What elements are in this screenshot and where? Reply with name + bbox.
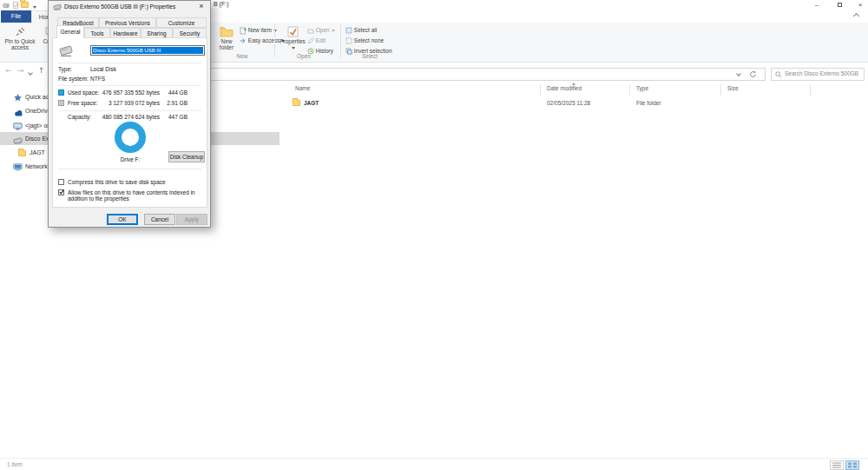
back-icon[interactable]: ←: [5, 66, 12, 75]
folder-icon: [18, 150, 26, 156]
qat-properties-shortcut-icon[interactable]: [12, 2, 19, 10]
apply-button[interactable]: Apply: [176, 214, 207, 225]
open-button[interactable]: Open: [307, 25, 335, 36]
volume-name-input[interactable]: Disco Externo 500GB USB III: [90, 45, 205, 56]
disk-cleanup-button[interactable]: Disk Cleanup: [168, 151, 205, 162]
forward-icon[interactable]: →: [17, 66, 24, 75]
pin-to-quick-access-label: Pin to Quick access: [2, 38, 38, 50]
qat-customize-chevron-icon[interactable]: [31, 3, 36, 10]
open-label: Open: [316, 27, 330, 33]
qat-new-folder-shortcut-icon[interactable]: [21, 2, 29, 9]
minimize-button[interactable]: –: [807, 0, 826, 10]
dialog-close-icon[interactable]: ×: [195, 2, 207, 12]
volume-name-selected-text: Disco Externo 500GB USB III: [92, 47, 203, 54]
capacity-label: Capacity:: [68, 114, 91, 120]
tab-general[interactable]: General: [56, 25, 84, 38]
pin-icon: [2, 24, 38, 38]
free-space-label: Free space:: [68, 100, 97, 106]
filesystem-label: File system:: [58, 76, 89, 82]
refresh-icon[interactable]: [749, 70, 757, 79]
sidebar-item-label: Network: [25, 160, 48, 173]
up-icon[interactable]: ↑: [38, 66, 45, 75]
tab-customize[interactable]: Customize: [156, 17, 207, 28]
dialog-title: Disco Externo 500GB USB III (F:) Propert…: [64, 3, 175, 10]
large-icons-view-button[interactable]: [845, 460, 859, 470]
file-explorer-window: B (F:) – × File Home Pin to Quick access…: [0, 0, 868, 470]
search-placeholder: Search Disco Externo 500GB: [785, 70, 858, 76]
tab-file[interactable]: File: [1, 10, 31, 23]
select-all-label: Select all: [354, 27, 377, 33]
details-view-button[interactable]: [830, 460, 844, 470]
open-icon: [307, 27, 314, 33]
index-checkbox[interactable]: [58, 189, 64, 195]
compress-checkbox[interactable]: [58, 179, 64, 185]
easy-access-button[interactable]: Easy access: [240, 36, 285, 46]
disk-usage-donut-chart: [115, 122, 146, 153]
new-item-label: New item: [248, 27, 272, 33]
ok-button[interactable]: OK: [107, 214, 138, 225]
select-all-button[interactable]: Select all: [345, 25, 377, 36]
sidebar-item-label: JAGT: [30, 146, 45, 159]
edit-button[interactable]: Edit: [307, 36, 326, 46]
new-item-icon: [240, 27, 247, 33]
ribbon-collapse-icon[interactable]: [854, 14, 858, 18]
free-space-size: 2.91 GB: [161, 100, 187, 106]
select-none-button[interactable]: Select none: [345, 36, 384, 46]
edit-icon: [307, 37, 314, 43]
file-name: JAGT: [304, 97, 319, 109]
column-header-type[interactable]: Type: [636, 85, 648, 91]
capacity-bytes: 480 085 274 624 bytes: [101, 114, 160, 120]
column-header-size[interactable]: Size: [727, 85, 739, 91]
ribbon-group-new-label: New: [214, 53, 271, 59]
properties-label: Properties: [279, 38, 306, 44]
address-dropdown-icon[interactable]: [737, 72, 740, 76]
search-icon: [775, 71, 782, 79]
folder-icon: [293, 100, 300, 106]
free-space-swatch: [58, 100, 64, 106]
item-count: 1 item: [7, 461, 23, 467]
drive-icon-large: [58, 43, 74, 59]
new-folder-label: New folder: [214, 38, 240, 50]
capacity-size: 447 GB: [161, 114, 187, 120]
new-item-button[interactable]: New item: [240, 25, 277, 36]
used-space-size: 444 GB: [161, 89, 187, 96]
pin-to-quick-access-button[interactable]: Pin to Quick access: [2, 24, 38, 61]
file-type: File folder: [636, 97, 661, 109]
filesystem-value: NTFS: [90, 76, 105, 82]
history-chevron-icon[interactable]: [29, 71, 32, 75]
general-tab-panel: Disco Externo 500GB USB III Type: Local …: [52, 37, 207, 208]
search-input[interactable]: Search Disco Externo 500GB: [771, 68, 865, 81]
select-all-icon: [345, 27, 352, 33]
tab-previous-versions[interactable]: Previous Versions: [99, 17, 156, 28]
edit-label: Edit: [316, 37, 326, 43]
easy-access-icon: [240, 37, 247, 43]
select-none-icon: [345, 37, 352, 43]
status-bar: 1 item: [0, 458, 868, 470]
used-space-bytes: 476 957 335 552 bytes: [101, 89, 160, 96]
drive-letter-caption: Drive F:: [104, 156, 156, 162]
cancel-button[interactable]: Cancel: [144, 214, 175, 225]
free-space-bytes: 3 127 939 072 bytes: [101, 100, 160, 106]
sort-ascending-icon: [572, 83, 575, 85]
system-icon: [3, 2, 10, 10]
dialog-drive-icon: [53, 3, 62, 12]
used-space-label: Used space:: [68, 89, 99, 96]
properties-icon: [279, 24, 306, 38]
select-none-label: Select none: [354, 37, 384, 43]
new-folder-icon: [214, 24, 240, 38]
sidebar-item-label: <jagt> on: [25, 119, 50, 132]
ribbon-group-select-label: Select: [344, 53, 396, 59]
type-label: Type:: [58, 66, 72, 72]
compress-checkbox-label: Compress this drive to save disk space: [68, 179, 201, 185]
index-checkbox-label: Allow files on this drive to have conten…: [68, 189, 201, 202]
network-icon: [13, 162, 23, 175]
properties-dialog: Disco Externo 500GB USB III (F:) Propert…: [48, 0, 211, 228]
column-header-name[interactable]: Name: [295, 85, 310, 91]
column-header-date-modified[interactable]: Date modified: [547, 85, 582, 91]
ribbon-group-open-label: Open: [279, 53, 328, 59]
type-value: Local Disk: [90, 66, 116, 72]
file-date-modified: 02/05/2025 11:28: [547, 97, 590, 109]
used-space-swatch: [58, 89, 64, 96]
close-button[interactable]: ×: [851, 0, 868, 10]
maximize-button[interactable]: [830, 0, 849, 10]
